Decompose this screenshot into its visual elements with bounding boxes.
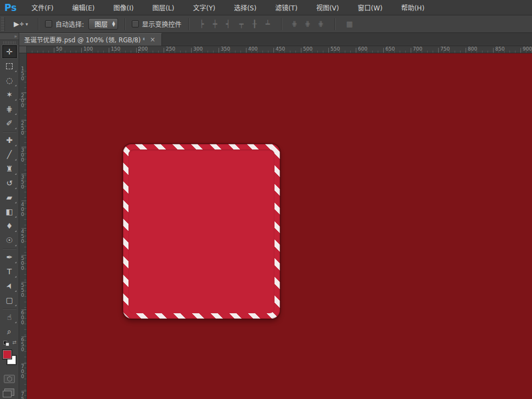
- document-tab-bar: 圣诞节优惠券.psd @ 100% (领, RGB/8) * ×: [19, 33, 532, 46]
- move-cross-icon: ✛: [20, 21, 24, 27]
- dropdown-value: 图层: [94, 19, 108, 29]
- distribute-right-edges-icon[interactable]: ⋕: [315, 18, 328, 30]
- menu-item-9[interactable]: 帮助(H): [392, 0, 434, 15]
- v-ruler-label: 600: [20, 310, 25, 325]
- align-horizontal-centers-icon[interactable]: ┿: [209, 18, 222, 30]
- menu-item-0[interactable]: 文件(F): [22, 0, 63, 15]
- v-ruler-label: 400: [20, 202, 25, 217]
- menu-item-8[interactable]: 窗口(W): [348, 0, 391, 15]
- options-bar-grip[interactable]: [1, 17, 5, 31]
- document-title: 圣诞节优惠券.psd @ 100% (领, RGB/8) *: [24, 35, 144, 44]
- align-top-edges-icon[interactable]: ┯: [235, 18, 248, 30]
- h-ruler-label: 600: [358, 46, 367, 52]
- quick-mask-icon: [7, 376, 12, 381]
- lasso-tool[interactable]: ◌: [2, 73, 18, 87]
- collapse-panel-button[interactable]: »: [0, 33, 19, 40]
- distribute-buttons-group: ⋕⋕⋕: [288, 18, 328, 30]
- h-ruler-label: 850: [495, 46, 505, 52]
- h-ruler-label: 750: [440, 46, 450, 52]
- pen-tool-icon: ✒: [6, 253, 13, 261]
- tools-panel: » ✛◌✶⋕✐✚╱♜↺▰◧♦☉✒T➤▢☝⌕ ⇄: [0, 33, 19, 399]
- tool-list: ✛◌✶⋕✐✚╱♜↺▰◧♦☉✒T➤▢☝⌕: [0, 45, 19, 339]
- stepper-icon: ▲ ▼: [112, 21, 115, 27]
- eraser-tool-icon: ▰: [7, 193, 13, 201]
- document-tab[interactable]: 圣诞节优惠券.psd @ 100% (领, RGB/8) * ×: [19, 33, 162, 46]
- h-ruler-label: 800: [468, 46, 477, 52]
- eyedropper-tool-icon: ✐: [6, 119, 13, 127]
- v-ruler-label: 350: [20, 174, 25, 189]
- menu-item-6[interactable]: 滤镜(T): [266, 0, 307, 15]
- show-transform-checkbox[interactable]: [132, 20, 139, 27]
- menu-item-3[interactable]: 图层(L): [143, 0, 183, 15]
- clone-stamp-tool[interactable]: ♜: [2, 162, 18, 176]
- hand-tool-icon: ☝: [7, 313, 12, 321]
- eyedropper-tool[interactable]: ✐: [2, 116, 18, 130]
- v-ruler-label: 650: [20, 337, 25, 352]
- zoom-tool[interactable]: ⌕: [2, 324, 18, 339]
- v-ruler-label: 500: [20, 256, 25, 270]
- type-tool[interactable]: T: [2, 264, 18, 279]
- separator: [281, 18, 282, 30]
- v-ruler-label: 550: [20, 282, 25, 297]
- stepper-down-icon: ▼: [112, 24, 115, 27]
- horizontal-ruler[interactable]: 5010015020025030035040045050055060065070…: [19, 46, 532, 53]
- eraser-tool[interactable]: ▰: [2, 190, 18, 204]
- tool-preset-picker[interactable]: ▶ ✛ ▾: [10, 19, 31, 29]
- dodge-tool[interactable]: ☉: [2, 233, 18, 247]
- quick-mask-button[interactable]: [4, 375, 15, 383]
- dodge-tool-icon: ☉: [6, 236, 13, 244]
- history-brush-tool[interactable]: ↺: [2, 176, 18, 190]
- close-icon[interactable]: ×: [149, 36, 156, 43]
- foreground-color-swatch[interactable]: [2, 350, 12, 359]
- coupon-shape-layer[interactable]: [123, 144, 280, 319]
- distribute-horizontal-centers-icon[interactable]: ⋕: [301, 18, 315, 30]
- h-ruler-label: 400: [248, 46, 257, 52]
- ruler-origin-corner[interactable]: [19, 46, 27, 53]
- canvas[interactable]: [27, 53, 532, 399]
- align-bottom-edges-icon[interactable]: ┷: [261, 18, 275, 30]
- shape-tool[interactable]: ▢: [2, 293, 18, 307]
- align-buttons-group: ┝┿┥┯╂┷: [195, 18, 275, 30]
- crop-tool[interactable]: ⋕: [2, 102, 18, 116]
- crop-tool-icon: ⋕: [6, 105, 13, 113]
- screen-mode-button[interactable]: [4, 389, 14, 396]
- document-area: 圣诞节优惠券.psd @ 100% (领, RGB/8) * × 5010015…: [19, 33, 532, 399]
- tools-panel-grip[interactable]: [3, 41, 15, 44]
- h-ruler-label: 100: [83, 46, 93, 52]
- gradient-tool[interactable]: ◧: [2, 204, 18, 219]
- brush-tool[interactable]: ╱: [2, 147, 18, 162]
- quick-selection-tool[interactable]: ✶: [2, 87, 18, 102]
- rectangular-marquee-tool[interactable]: [2, 59, 18, 73]
- coupon-fill: [128, 149, 275, 313]
- move-tool[interactable]: ✛: [2, 45, 18, 59]
- distribute-left-edges-icon[interactable]: ⋕: [288, 18, 301, 30]
- zoom-tool-icon: ⌕: [7, 328, 12, 335]
- pen-tool[interactable]: ✒: [2, 250, 18, 264]
- brush-tool-icon: ╱: [7, 151, 12, 158]
- type-tool-icon: T: [7, 268, 12, 275]
- auto-align-layers-icon[interactable]: ▦: [341, 18, 358, 30]
- menu-item-5[interactable]: 选择(S): [225, 0, 266, 15]
- menu-item-1[interactable]: 编辑(E): [63, 0, 104, 15]
- h-ruler-label: 650: [385, 46, 395, 52]
- menu-item-4[interactable]: 文字(Y): [183, 0, 225, 15]
- vertical-ruler[interactable]: 150200250300350400450500550600650700750: [19, 53, 27, 399]
- menu-item-2[interactable]: 图像(I): [104, 0, 143, 15]
- align-left-edges-icon[interactable]: ┝: [195, 18, 209, 30]
- align-vertical-centers-icon[interactable]: ╂: [248, 18, 261, 30]
- move-tool-icon: ✛: [6, 48, 13, 56]
- auto-select-target-dropdown[interactable]: 图层 ▲ ▼: [88, 18, 117, 30]
- spot-healing-brush-tool[interactable]: ✚: [2, 133, 18, 147]
- hand-tool[interactable]: ☝: [2, 310, 18, 324]
- v-ruler-label: 300: [20, 147, 25, 162]
- swap-colors-icon[interactable]: ⇄: [12, 340, 16, 345]
- path-selection-tool[interactable]: ➤: [2, 279, 18, 293]
- menu-item-7[interactable]: 视图(V): [307, 0, 349, 15]
- auto-select-checkbox[interactable]: [45, 20, 52, 27]
- default-colors-bg-icon[interactable]: [5, 342, 9, 346]
- blur-tool[interactable]: ♦: [2, 219, 18, 233]
- tool-options-bar: ▶ ✛ ▾ 自动选择: 图层 ▲ ▼ 显示变换控件 ┝┿┥┯╂┷ ⋕⋕⋕ ▦: [0, 15, 532, 33]
- tool-group-divider: [3, 308, 16, 309]
- gradient-tool-icon: ◧: [5, 208, 13, 215]
- align-right-edges-icon[interactable]: ┥: [222, 18, 235, 30]
